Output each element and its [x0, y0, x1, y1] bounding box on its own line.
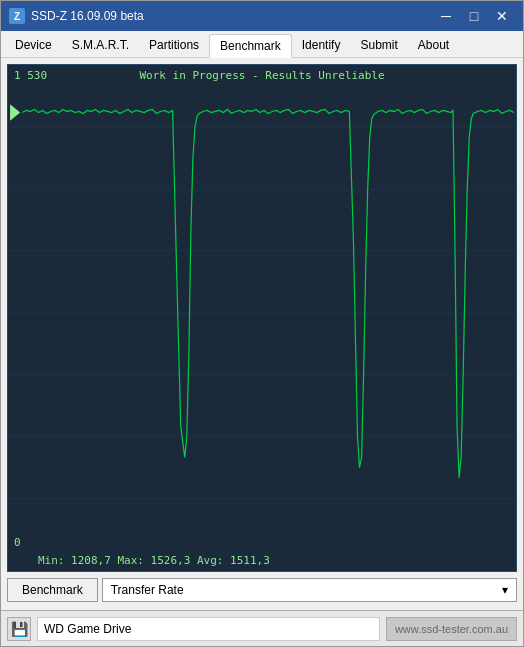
menu-item-smart[interactable]: S.M.A.R.T.	[62, 34, 139, 58]
chart-stats: Min: 1208,7 Max: 1526,3 Avg: 1511,3	[38, 554, 270, 567]
menu-bar: Device S.M.A.R.T. Partitions Benchmark I…	[1, 31, 523, 58]
dropdown-arrow-icon: ▾	[502, 583, 508, 597]
dropdown-value: Transfer Rate	[111, 583, 184, 597]
website-label: www.ssd-tester.com.au	[386, 617, 517, 641]
drive-name: WD Game Drive	[37, 617, 380, 641]
menu-item-submit[interactable]: Submit	[350, 34, 407, 58]
close-button[interactable]: ✕	[489, 5, 515, 27]
benchmark-chart: 1 530 Work in Progress - Results Unrelia…	[7, 64, 517, 572]
window-title: SSD-Z 16.09.09 beta	[31, 9, 433, 23]
chart-y-min-label: 0	[14, 536, 21, 549]
menu-item-partitions[interactable]: Partitions	[139, 34, 209, 58]
app-icon: Z	[9, 8, 25, 24]
minimize-button[interactable]: ─	[433, 5, 459, 27]
maximize-button[interactable]: □	[461, 5, 487, 27]
drive-icon: 💾	[7, 617, 31, 641]
status-bar: 💾 WD Game Drive www.ssd-tester.com.au	[1, 610, 523, 646]
content-area: 1 530 Work in Progress - Results Unrelia…	[1, 58, 523, 610]
title-bar: Z SSD-Z 16.09.09 beta ─ □ ✕	[1, 1, 523, 31]
bottom-controls: Benchmark Transfer Rate ▾	[7, 576, 517, 604]
menu-item-identify[interactable]: Identify	[292, 34, 351, 58]
menu-item-about[interactable]: About	[408, 34, 459, 58]
main-window: Z SSD-Z 16.09.09 beta ─ □ ✕ Device S.M.A…	[0, 0, 524, 647]
menu-item-device[interactable]: Device	[5, 34, 62, 58]
benchmark-run-button[interactable]: Benchmark	[7, 578, 98, 602]
svg-marker-7	[10, 104, 20, 121]
benchmark-graph	[8, 65, 516, 571]
menu-item-benchmark[interactable]: Benchmark	[209, 34, 292, 58]
transfer-rate-dropdown[interactable]: Transfer Rate ▾	[102, 578, 517, 602]
window-controls: ─ □ ✕	[433, 5, 515, 27]
